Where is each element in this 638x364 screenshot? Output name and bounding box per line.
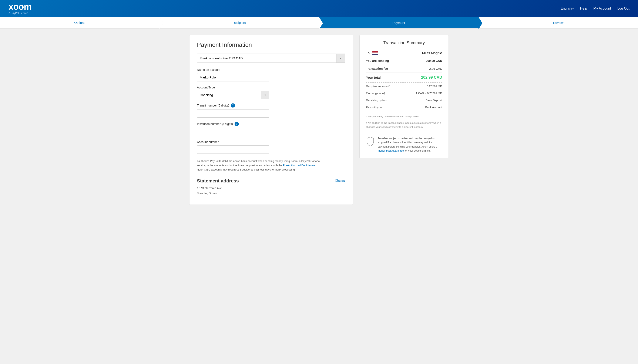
recipient-name: Miles Magpie: [422, 51, 442, 55]
name-on-account-label: Name on account: [197, 68, 345, 72]
recipient-receives-value: 147.56 USD: [427, 84, 442, 88]
main-content: Payment Information Bank account - Fee 2…: [181, 28, 457, 211]
us-flag-icon: [372, 51, 378, 55]
transaction-summary-panel: Transaction Summary To: Miles Magpie You…: [360, 35, 449, 205]
xoom-logo: xoom: [8, 2, 32, 11]
summary-exchange-rate-row: Exchange rate† 1 CAD = 0.7378 USD: [366, 90, 442, 97]
payment-form-panel: Payment Information Bank account - Fee 2…: [189, 35, 353, 205]
summary-total-row: Your total 202.99 CAD: [366, 73, 442, 83]
logo-area: xoom A PayPal Service: [8, 2, 32, 15]
fee-value: 2.99 CAD: [429, 67, 442, 70]
institution-help-icon[interactable]: ?: [234, 122, 239, 126]
help-link[interactable]: Help: [580, 6, 587, 10]
step-review-label: Review: [553, 21, 563, 24]
exchange-rate-label: Exchange rate†: [366, 92, 385, 95]
shield-icon: [366, 136, 374, 146]
log-out-link[interactable]: Log Out: [617, 6, 630, 10]
institution-number-label: Institution number (3 digits): [197, 122, 233, 126]
account-number-group: Account number: [197, 140, 345, 154]
transit-number-input[interactable]: [197, 109, 269, 118]
recipient-receives-label: Recipient receives*: [366, 84, 390, 88]
payment-method-select-input[interactable]: Bank account - Fee 2.99 CADCredit card -…: [197, 54, 336, 62]
total-value: 202.99 CAD: [421, 75, 442, 80]
fee-label: Transaction fee: [366, 67, 388, 70]
transit-help-icon[interactable]: ?: [231, 103, 235, 108]
account-type-label: Account Type: [197, 86, 345, 89]
my-account-link[interactable]: My Account: [593, 6, 611, 10]
receiving-option-value: Bank Deposit: [426, 99, 442, 102]
pay-with-label: Pay with your: [366, 106, 382, 109]
step-review[interactable]: Review: [478, 17, 638, 28]
summary-sending-row: You are sending 200.00 CAD: [366, 57, 442, 65]
total-label: Your total: [366, 76, 381, 79]
address-line2: Toronto, Ontario: [197, 191, 345, 196]
transit-label-row: Transit number (5 digits) ?: [197, 103, 345, 108]
payment-info-title: Payment Information: [197, 42, 345, 48]
institution-number-group: Institution number (3 digits) ?: [197, 122, 345, 136]
auth-text: I authorize PayPal to debit the above ba…: [197, 159, 320, 172]
step-recipient-label: Recipient: [233, 21, 246, 24]
account-type-select[interactable]: CheckingSavings: [197, 91, 261, 99]
account-type-select-wrap[interactable]: CheckingSavings ▾: [197, 91, 269, 99]
exchange-rate-value: 1 CAD = 0.7378 USD: [416, 92, 442, 95]
language-selector[interactable]: English ▾: [560, 6, 574, 10]
footnote-2: † *In addition to the transaction fee, X…: [366, 121, 442, 129]
name-on-account-input[interactable]: [197, 73, 269, 82]
pay-with-value: Bank Account: [425, 106, 442, 109]
receiving-option-label: Receiving option: [366, 99, 386, 102]
to-label: To:: [366, 51, 370, 55]
statement-change-link[interactable]: Change: [335, 179, 345, 182]
header-nav: English ▾ Help My Account Log Out: [560, 6, 630, 10]
chevron-down-icon: ▾: [572, 8, 574, 10]
step-options[interactable]: Options: [0, 17, 160, 28]
payment-method-selector[interactable]: Bank account - Fee 2.99 CADCredit card -…: [197, 54, 345, 63]
transit-number-label: Transit number (5 digits): [197, 104, 229, 107]
guarantee-box: Transfers subject to review and may be d…: [366, 133, 442, 153]
summary-divider: [366, 112, 442, 112]
paypal-service-label: A PayPal Service: [8, 12, 28, 15]
summary-recipient-receives-row: Recipient receives* 147.56 USD: [366, 83, 442, 90]
summary-fee-row: Transaction fee 2.99 CAD: [366, 65, 442, 73]
step-payment-label: Payment: [392, 21, 405, 24]
payment-method-dropdown-btn[interactable]: ▾: [336, 54, 345, 62]
language-label: English: [560, 6, 572, 10]
summary-to-row: To: Miles Magpie: [366, 50, 442, 57]
summary-pay-with-row: Pay with your Bank Account: [366, 104, 442, 111]
address-line1: 13 St Germain Ave: [197, 186, 345, 191]
progress-bar: Options Recipient Payment Review: [0, 17, 638, 28]
statement-address-section: Statement address Change 13 St Germain A…: [197, 178, 345, 196]
summary-title: Transaction Summary: [366, 40, 442, 45]
sending-label: You are sending: [366, 59, 389, 62]
statement-address-block: 13 St Germain Ave Toronto, Ontario: [197, 186, 345, 196]
account-type-arrow[interactable]: ▾: [261, 91, 269, 99]
institution-label-row: Institution number (3 digits) ?: [197, 122, 345, 126]
chevron-down-icon: ▾: [264, 94, 266, 96]
summary-receiving-option-row: Receiving option Bank Deposit: [366, 97, 442, 104]
statement-address-title: Statement address: [197, 178, 345, 184]
transit-number-group: Transit number (5 digits) ?: [197, 103, 345, 118]
account-number-input[interactable]: [197, 146, 269, 154]
guarantee-text-before: Transfers subject to review and may be d…: [378, 137, 437, 148]
guarantee-text: Transfers subject to review and may be d…: [378, 136, 442, 153]
account-type-group: Account Type CheckingSavings ▾: [197, 86, 345, 99]
sending-value: 200.00 CAD: [426, 59, 442, 62]
footnote-1: * Recipient may receive less due to fore…: [366, 114, 442, 118]
name-on-account-group: Name on account: [197, 68, 345, 82]
step-options-label: Options: [74, 21, 85, 24]
step-payment[interactable]: Payment: [319, 17, 478, 28]
header: xoom A PayPal Service English ▾ Help My …: [0, 0, 638, 17]
institution-number-input[interactable]: [197, 128, 269, 136]
step-recipient[interactable]: Recipient: [160, 17, 319, 28]
pre-authorized-debit-link[interactable]: Pre-Authorized Debit terms: [283, 164, 315, 167]
money-back-guarantee-link[interactable]: money-back guarantee: [378, 149, 404, 152]
guarantee-text-after: for your peace of mind.: [404, 149, 431, 152]
account-number-label: Account number: [197, 140, 345, 144]
summary-card: Transaction Summary To: Miles Magpie You…: [360, 35, 449, 158]
chevron-down-icon: ▾: [340, 56, 342, 60]
